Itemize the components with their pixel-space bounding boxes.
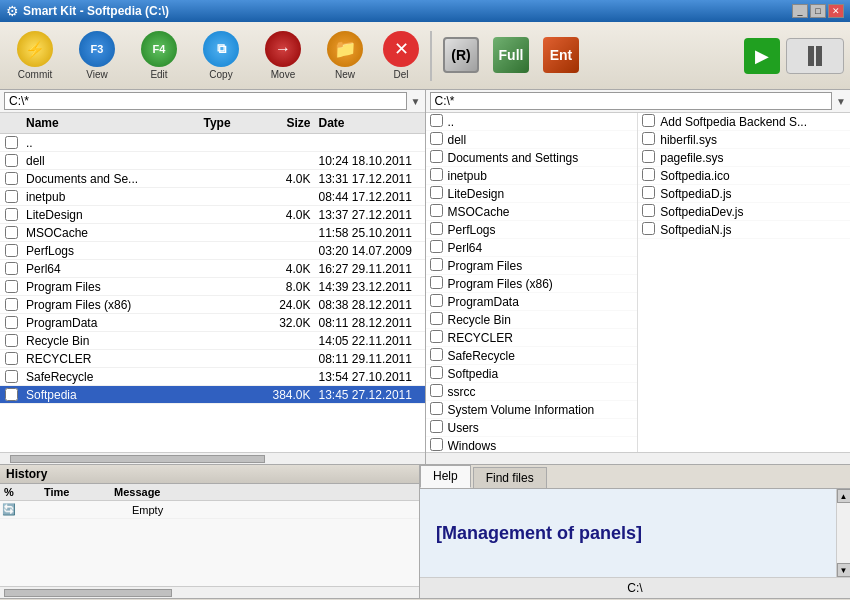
copy-button[interactable]: ⧉ Copy xyxy=(192,27,250,85)
right-checkbox[interactable] xyxy=(430,312,443,325)
delete-button[interactable]: ✕ Del xyxy=(378,27,424,85)
left-file-row[interactable]: inetpub 08:44 17.12.2011 xyxy=(0,188,425,206)
full-button[interactable]: Full xyxy=(488,27,534,85)
right-checkbox[interactable] xyxy=(430,402,443,415)
right-file-item-col1[interactable]: LiteDesign xyxy=(426,185,638,203)
right-file-item-col1[interactable]: dell xyxy=(426,131,638,149)
right-file-item-col1[interactable]: Users xyxy=(426,419,638,437)
edit-button[interactable]: F4 Edit xyxy=(130,27,188,85)
left-file-row[interactable]: Documents and Se... 4.0K 13:31 17.12.201… xyxy=(0,170,425,188)
right-checkbox[interactable] xyxy=(430,366,443,379)
close-button[interactable]: ✕ xyxy=(828,4,844,18)
right-file-item-col1[interactable]: Perl64 xyxy=(426,239,638,257)
right-file-item-col1[interactable]: MSOCache xyxy=(426,203,638,221)
left-file-row[interactable]: SafeRecycle 13:54 27.10.2011 xyxy=(0,368,425,386)
file-checkbox[interactable] xyxy=(5,136,18,149)
file-checkbox[interactable] xyxy=(5,370,18,383)
left-type-header[interactable]: Type xyxy=(200,115,260,131)
right-checkbox[interactable] xyxy=(642,132,655,145)
tab-help[interactable]: Help xyxy=(420,465,471,488)
file-checkbox[interactable] xyxy=(5,298,18,311)
right-file-item-col2[interactable]: Softpedia.ico xyxy=(638,167,850,185)
left-name-header[interactable]: Name xyxy=(22,115,200,131)
right-checkbox[interactable] xyxy=(430,330,443,343)
right-checkbox[interactable] xyxy=(430,294,443,307)
file-checkbox[interactable] xyxy=(5,244,18,257)
right-file-item-col1[interactable]: Program Files xyxy=(426,257,638,275)
right-file-item-col2[interactable]: SoftpediaDev.js xyxy=(638,203,850,221)
left-file-row[interactable]: Program Files (x86) 24.0K 08:38 28.12.20… xyxy=(0,296,425,314)
left-file-row[interactable]: dell 10:24 18.10.2011 xyxy=(0,152,425,170)
right-path-arrow[interactable]: ▼ xyxy=(836,96,846,107)
right-file-item-col2[interactable]: SoftpediaD.js xyxy=(638,185,850,203)
right-file-item-col1[interactable]: Softpedia xyxy=(426,365,638,383)
right-path-input[interactable] xyxy=(430,92,833,110)
scroll-track[interactable] xyxy=(837,503,851,563)
scroll-up-arrow[interactable]: ▲ xyxy=(837,489,851,503)
right-file-item-col2[interactable]: SoftpediaN.js xyxy=(638,221,850,239)
right-checkbox[interactable] xyxy=(642,168,655,181)
right-file-item-col1[interactable]: System Volume Information xyxy=(426,401,638,419)
right-file-item-col1[interactable]: Recycle Bin xyxy=(426,311,638,329)
right-checkbox[interactable] xyxy=(430,186,443,199)
left-file-list[interactable]: .. dell 10:24 18.10.2011 Documents and S… xyxy=(0,134,425,452)
help-scrollbar[interactable]: ▲ ▼ xyxy=(836,489,850,577)
left-date-header[interactable]: Date xyxy=(315,115,425,131)
right-checkbox[interactable] xyxy=(430,240,443,253)
right-checkbox[interactable] xyxy=(430,258,443,271)
commit-button[interactable]: ⚡ Commit xyxy=(6,27,64,85)
right-checkbox[interactable] xyxy=(430,420,443,433)
left-file-row[interactable]: Program Files 8.0K 14:39 23.12.2011 xyxy=(0,278,425,296)
file-checkbox[interactable] xyxy=(5,172,18,185)
new-button[interactable]: 📁 New xyxy=(316,27,374,85)
right-file-item-col1[interactable]: inetpub xyxy=(426,167,638,185)
left-file-row[interactable]: Softpedia 384.0K 13:45 27.12.2011 xyxy=(0,386,425,404)
left-path-input[interactable] xyxy=(4,92,407,110)
file-checkbox[interactable] xyxy=(5,226,18,239)
right-file-item-col1[interactable]: ssrcc xyxy=(426,383,638,401)
right-checkbox[interactable] xyxy=(642,150,655,163)
pause-button[interactable] xyxy=(786,38,844,74)
right-file-item-col1[interactable]: ProgramData xyxy=(426,293,638,311)
right-checkbox[interactable] xyxy=(430,438,443,451)
left-file-row[interactable]: MSOCache 11:58 25.10.2011 xyxy=(0,224,425,242)
right-checkbox[interactable] xyxy=(430,150,443,163)
file-checkbox[interactable] xyxy=(5,352,18,365)
enter-button[interactable]: Ent xyxy=(538,27,584,85)
file-checkbox[interactable] xyxy=(5,334,18,347)
left-file-row[interactable]: ProgramData 32.0K 08:11 28.12.2011 xyxy=(0,314,425,332)
left-file-row[interactable]: Recycle Bin 14:05 22.11.2011 xyxy=(0,332,425,350)
right-checkbox[interactable] xyxy=(642,114,655,127)
file-checkbox[interactable] xyxy=(5,154,18,167)
right-checkbox[interactable] xyxy=(642,186,655,199)
left-file-row[interactable]: PerfLogs 03:20 14.07.2009 xyxy=(0,242,425,260)
r-button[interactable]: (R) xyxy=(438,27,484,85)
left-path-arrow[interactable]: ▼ xyxy=(411,96,421,107)
right-file-item-col1[interactable]: PerfLogs xyxy=(426,221,638,239)
right-horizontal-scrollbar[interactable] xyxy=(426,452,851,464)
maximize-button[interactable]: □ xyxy=(810,4,826,18)
right-file-item-col2[interactable]: pagefile.sys xyxy=(638,149,850,167)
left-file-row[interactable]: Perl64 4.0K 16:27 29.11.2011 xyxy=(0,260,425,278)
scroll-down-arrow[interactable]: ▼ xyxy=(837,563,851,577)
tab-find-files[interactable]: Find files xyxy=(473,467,547,488)
right-checkbox[interactable] xyxy=(430,132,443,145)
view-button[interactable]: F3 View xyxy=(68,27,126,85)
right-file-item-col2[interactable]: Add Softpedia Backend S... xyxy=(638,113,850,131)
right-checkbox[interactable] xyxy=(430,348,443,361)
right-checkbox[interactable] xyxy=(430,168,443,181)
left-file-row[interactable]: LiteDesign 4.0K 13:37 27.12.2011 xyxy=(0,206,425,224)
right-checkbox[interactable] xyxy=(642,222,655,235)
file-checkbox[interactable] xyxy=(5,280,18,293)
file-checkbox[interactable] xyxy=(5,316,18,329)
right-file-item-col1[interactable]: Windows xyxy=(426,437,638,452)
right-checkbox[interactable] xyxy=(430,204,443,217)
right-file-item-col2[interactable]: hiberfil.sys xyxy=(638,131,850,149)
left-file-row[interactable]: RECYCLER 08:11 29.11.2011 xyxy=(0,350,425,368)
move-button[interactable]: → Move xyxy=(254,27,312,85)
file-checkbox[interactable] xyxy=(5,208,18,221)
right-file-item-col1[interactable]: RECYCLER xyxy=(426,329,638,347)
right-checkbox[interactable] xyxy=(430,114,443,127)
file-checkbox[interactable] xyxy=(5,388,18,401)
file-checkbox[interactable] xyxy=(5,262,18,275)
